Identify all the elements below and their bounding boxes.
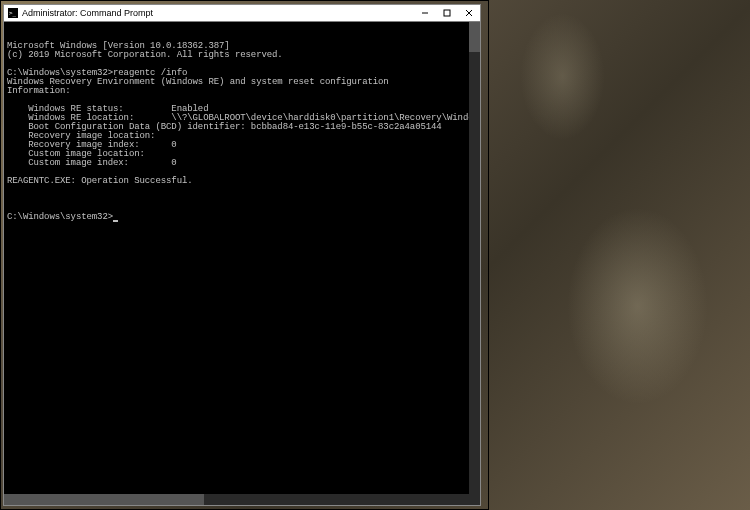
scrollbar-vertical[interactable]: [469, 22, 480, 494]
titlebar[interactable]: >_ Administrator: Command Prompt: [4, 5, 480, 22]
maximize-button[interactable]: [436, 5, 458, 21]
console-body[interactable]: Microsoft Windows [Version 10.0.18362.38…: [4, 22, 480, 505]
console-line: Information:: [7, 87, 477, 96]
prompt-line: C:\Windows\system32>: [7, 213, 477, 222]
console-line: [7, 186, 477, 195]
window-title: Administrator: Command Prompt: [22, 8, 153, 18]
cursor: [113, 220, 118, 222]
svg-text:>_: >_: [9, 9, 17, 17]
cmd-window: >_ Administrator: Command Prompt Microso…: [3, 4, 481, 506]
console-line: (c) 2019 Microsoft Corporation. All righ…: [7, 51, 477, 60]
prompt-text: C:\Windows\system32>: [7, 213, 113, 222]
scroll-corner: [469, 494, 480, 505]
scrollbar-h-thumb[interactable]: [4, 494, 204, 505]
console-output: Microsoft Windows [Version 10.0.18362.38…: [7, 42, 477, 195]
svg-rect-4: [444, 10, 450, 16]
scrollbar-horizontal[interactable]: [4, 494, 469, 505]
console-line: Custom image index: 0: [7, 159, 477, 168]
console-line: REAGENTC.EXE: Operation Successful.: [7, 177, 477, 186]
scrollbar-v-thumb[interactable]: [469, 22, 480, 52]
console-line: Windows Recovery Environment (Windows RE…: [7, 78, 477, 87]
close-button[interactable]: [458, 5, 480, 21]
cmd-icon: >_: [7, 7, 19, 19]
minimize-button[interactable]: [414, 5, 436, 21]
